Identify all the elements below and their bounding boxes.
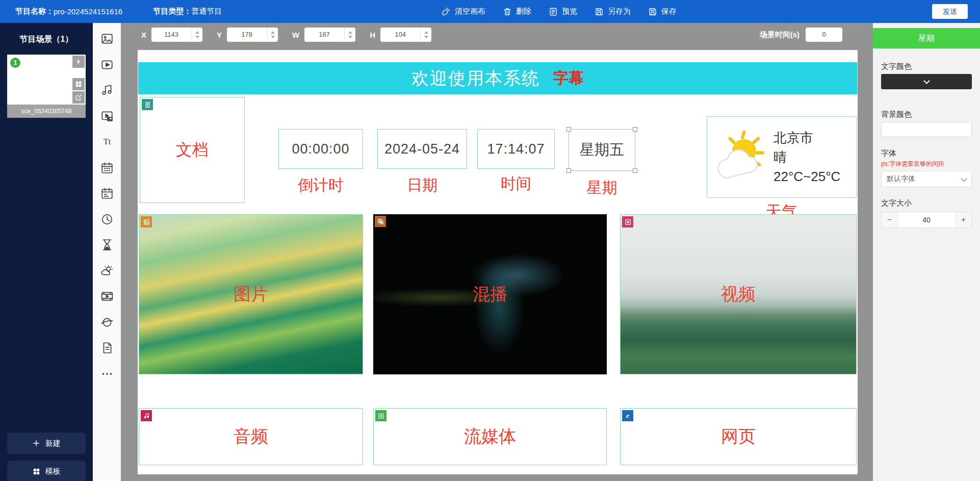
weather-widget[interactable]: 北京市 晴 22°C~25°C bbox=[707, 116, 857, 198]
step-down-icon bbox=[271, 36, 275, 38]
w-stepper[interactable] bbox=[344, 28, 355, 42]
font-size-increase-button[interactable]: + bbox=[955, 212, 971, 227]
program-type-value: 普通节目 bbox=[191, 7, 222, 16]
audio-widget[interactable]: 音频 bbox=[139, 408, 363, 465]
clock-tool-icon bbox=[100, 213, 114, 226]
chevron-down-icon bbox=[923, 78, 930, 84]
plus-icon bbox=[32, 439, 40, 447]
program-name-label: 节目名称： bbox=[15, 7, 54, 16]
tool-mixed-media[interactable] bbox=[98, 108, 116, 125]
font-note: ps:字体需要足够的间距 bbox=[881, 160, 944, 168]
program-name-value: pro-2024524151616 bbox=[54, 7, 122, 16]
bg-color-input[interactable] bbox=[881, 122, 972, 137]
delete-button[interactable]: 删除 bbox=[503, 7, 531, 16]
tool-calendar[interactable] bbox=[98, 159, 116, 176]
font-select[interactable]: 默认字体 bbox=[881, 171, 972, 187]
font-select-value: 默认字体 bbox=[887, 174, 915, 184]
step-down-icon bbox=[348, 36, 352, 38]
mixed-media-widget[interactable]: 混播 bbox=[373, 214, 607, 374]
inspector-panel: 星期 文字颜色 背景颜色 字体 ps:字体需要足够的间距 默认字体 文字大小 −… bbox=[873, 23, 980, 481]
selection-handle-sw[interactable] bbox=[566, 168, 571, 173]
h-label: H bbox=[370, 31, 375, 39]
countdown-label: 倒计时 bbox=[278, 175, 363, 196]
mixed-media-widget-label: 混播 bbox=[473, 283, 507, 306]
calendar-tool-icon bbox=[100, 161, 114, 174]
send-button[interactable]: 发送 bbox=[932, 4, 968, 19]
time-widget[interactable]: 17:14:07 bbox=[477, 129, 555, 169]
audio-badge-icon bbox=[141, 410, 152, 421]
image-badge-icon bbox=[141, 216, 152, 227]
font-label: 字体 bbox=[881, 148, 896, 158]
font-size-decrease-button[interactable]: − bbox=[882, 212, 898, 227]
text-tool-icon: Tt bbox=[100, 135, 114, 148]
tool-clock[interactable] bbox=[98, 211, 116, 228]
inspector-title: 星期 bbox=[873, 28, 980, 48]
font-size-value[interactable]: 40 bbox=[898, 212, 955, 227]
text-color-picker[interactable] bbox=[881, 74, 972, 89]
tool-text[interactable]: Tt bbox=[98, 133, 116, 150]
top-bar: 节目名称： pro-2024524151616 节目类型： 普通节目 清空画布 … bbox=[0, 0, 980, 23]
property-bar: X 1143 Y 178 W 187 bbox=[121, 23, 873, 46]
design-canvas[interactable]: 欢迎使用本系统 字幕 文档 00:00:00 倒计时 2024-05-24 日期 bbox=[138, 50, 858, 474]
stream-widget[interactable]: 流媒体 bbox=[373, 408, 607, 465]
scene-thumbnail[interactable]: 1 sce_05240305748 bbox=[7, 55, 86, 118]
clear-canvas-button[interactable]: 清空画布 bbox=[441, 7, 485, 16]
template-button[interactable]: 模板 bbox=[7, 461, 86, 481]
video-widget[interactable]: 视频 bbox=[620, 214, 857, 374]
tool-video[interactable] bbox=[98, 56, 116, 73]
h-input[interactable]: 104 bbox=[380, 28, 431, 42]
tool-music[interactable] bbox=[98, 82, 116, 99]
more-tools-icon bbox=[100, 367, 114, 381]
video-tool-icon bbox=[100, 58, 114, 71]
tool-more[interactable] bbox=[98, 365, 116, 383]
y-stepper[interactable] bbox=[267, 28, 278, 42]
countdown-widget[interactable]: 00:00:00 bbox=[278, 129, 363, 169]
tool-web[interactable] bbox=[98, 314, 116, 331]
w-input[interactable]: 187 bbox=[304, 28, 355, 42]
date-widget[interactable]: 2024-05-24 bbox=[377, 129, 467, 169]
step-up-icon bbox=[348, 31, 352, 34]
tool-weather[interactable] bbox=[98, 262, 116, 280]
selection-handle-ne[interactable] bbox=[633, 127, 637, 132]
tool-countdown-calendar[interactable] bbox=[98, 185, 116, 202]
marquee-widget[interactable]: 欢迎使用本系统 字幕 bbox=[138, 62, 857, 94]
scene-animation-button[interactable] bbox=[72, 56, 85, 68]
image-widget[interactable]: 图片 bbox=[139, 214, 363, 374]
preview-button[interactable]: 预览 bbox=[549, 7, 577, 16]
step-up-icon bbox=[271, 31, 275, 34]
selection-handle-nw[interactable] bbox=[566, 127, 571, 132]
step-down-icon bbox=[424, 36, 428, 38]
x-input[interactable]: 1143 bbox=[151, 28, 202, 42]
weather-tool-icon bbox=[100, 264, 114, 277]
scene-name-label: sce_05240305748 bbox=[7, 105, 86, 118]
h-stepper[interactable] bbox=[420, 28, 431, 42]
x-stepper[interactable] bbox=[191, 28, 202, 42]
step-up-icon bbox=[424, 31, 428, 34]
save-as-button[interactable]: 另存为 bbox=[595, 7, 631, 16]
template-grid-icon bbox=[33, 468, 40, 475]
date-value: 2024-05-24 bbox=[378, 130, 467, 168]
scene-template-button[interactable] bbox=[72, 78, 85, 90]
tool-document[interactable] bbox=[98, 339, 116, 357]
document-widget[interactable]: 文档 bbox=[140, 97, 245, 203]
y-input[interactable]: 178 bbox=[227, 28, 278, 42]
font-size-stepper: − 40 + bbox=[881, 212, 972, 228]
scene-time-label: 场景时间(s) bbox=[760, 30, 800, 40]
scene-edit-button[interactable] bbox=[72, 91, 85, 104]
web-badge-icon: e bbox=[622, 410, 633, 421]
week-widget-selected[interactable]: 星期五 bbox=[569, 129, 635, 171]
program-type-label: 节目类型： bbox=[153, 7, 191, 16]
text-color-label: 文字颜色 bbox=[881, 62, 912, 71]
tool-hourglass[interactable] bbox=[98, 236, 116, 254]
new-scene-button[interactable]: 新建 bbox=[7, 433, 86, 454]
tool-stream[interactable] bbox=[98, 288, 116, 305]
scene-time-input[interactable]: 0 bbox=[806, 28, 842, 42]
web-widget[interactable]: e 网页 bbox=[620, 408, 857, 465]
tool-image[interactable] bbox=[98, 30, 116, 47]
save-button[interactable]: 保存 bbox=[648, 7, 677, 16]
selection-handle-se[interactable] bbox=[633, 168, 637, 173]
svg-text:Tt: Tt bbox=[103, 137, 111, 146]
preview-icon bbox=[549, 7, 558, 16]
time-label: 时间 bbox=[477, 173, 555, 194]
music-tool-icon bbox=[100, 84, 114, 97]
